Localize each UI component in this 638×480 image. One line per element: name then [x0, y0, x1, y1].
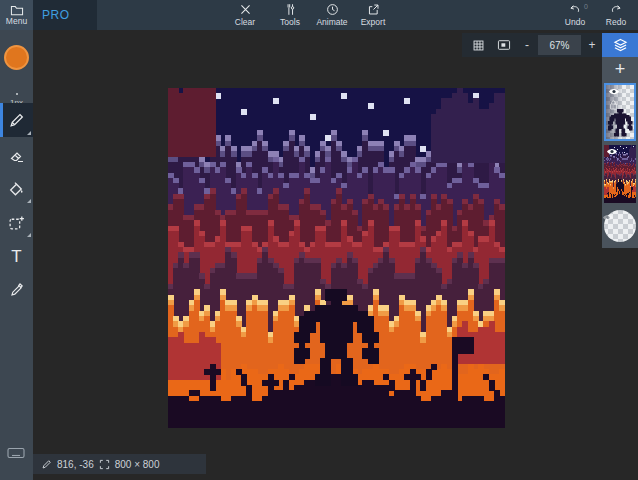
animate-button[interactable]: Animate: [311, 0, 353, 30]
zoom-level-display[interactable]: 67%: [538, 35, 581, 55]
clear-label: Clear: [235, 18, 255, 27]
layers-panel: +: [602, 57, 638, 248]
image-preview-icon: [497, 39, 511, 51]
pixel-canvas[interactable]: [168, 88, 505, 428]
brush-size-dot: [16, 93, 18, 95]
cursor-coordinates: 816, -36: [57, 459, 94, 470]
layer-1-tile[interactable]: [604, 83, 636, 141]
layer-1-visibility-eye-icon[interactable]: [608, 87, 620, 96]
zoom-in-button[interactable]: +: [583, 35, 601, 55]
plus-icon: +: [588, 38, 595, 52]
pencil-icon: [8, 112, 25, 129]
undo-label: Undo: [565, 18, 585, 27]
eyedropper-tool[interactable]: [0, 273, 33, 307]
eyedropper-icon: [9, 282, 25, 298]
layer-3-visibility-eye-icon[interactable]: [602, 213, 614, 222]
view-controls-strip: - 67% +: [462, 33, 602, 57]
clear-icon: [239, 3, 252, 16]
marquee-icon: [8, 215, 25, 232]
export-button[interactable]: Export: [352, 0, 394, 30]
undo-icon: [568, 3, 582, 16]
folder-icon: [10, 4, 24, 16]
submenu-triangle: [27, 233, 31, 237]
minus-icon: -: [525, 38, 529, 52]
export-label: Export: [361, 18, 386, 27]
keyboard-icon[interactable]: [7, 447, 25, 460]
add-layer-label: +: [615, 59, 626, 80]
eraser-tool[interactable]: [0, 140, 33, 172]
canvas-size-value: 800 × 800: [115, 459, 160, 470]
tools-button[interactable]: Tools: [270, 0, 310, 30]
preview-toggle-button[interactable]: [494, 35, 514, 55]
fill-bucket-tool[interactable]: [0, 173, 33, 205]
clock-icon: [326, 3, 339, 16]
layers-icon: [613, 38, 628, 52]
eraser-icon: [9, 148, 25, 164]
menu-button[interactable]: Menu: [0, 0, 33, 30]
redo-button[interactable]: Redo: [596, 0, 636, 30]
layers-panel-button[interactable]: [602, 33, 638, 57]
submenu-triangle: [27, 131, 31, 135]
pro-label: PRO: [42, 8, 70, 22]
animate-label: Animate: [316, 18, 347, 27]
add-layer-button[interactable]: +: [602, 57, 638, 81]
text-tool-icon: T: [11, 248, 21, 265]
bucket-icon: [8, 181, 25, 198]
selection-tool[interactable]: [0, 207, 33, 239]
top-toolbar: Menu PRO Clear Tools: [0, 0, 638, 30]
canvas-size-icon: [99, 459, 110, 470]
layer-2-visibility-eye-icon[interactable]: [606, 147, 618, 156]
pixel-editor-app: Menu PRO Clear Tools: [0, 0, 638, 480]
undo-count-badge: 0: [584, 3, 588, 10]
selected-tool-indicator: [0, 103, 3, 137]
export-icon: [367, 3, 380, 16]
layer-3-tile[interactable]: [603, 209, 637, 243]
tools-icon: [284, 3, 297, 16]
tools-label: Tools: [280, 18, 300, 27]
menu-label: Menu: [6, 17, 27, 26]
status-bar: 816, -36 800 × 800: [33, 454, 206, 474]
clear-button[interactable]: Clear: [225, 0, 265, 30]
tool-sidebar: 1px: [0, 30, 33, 480]
pencil-tool[interactable]: [0, 103, 33, 137]
redo-icon: [609, 3, 623, 16]
grid-icon: [472, 39, 485, 52]
current-color-circle: [4, 45, 29, 70]
layer-1-lock-icon[interactable]: [609, 100, 618, 110]
grid-toggle-button[interactable]: [468, 35, 488, 55]
redo-label: Redo: [606, 18, 626, 27]
layer-2-tile[interactable]: [604, 145, 636, 203]
pro-tab[interactable]: PRO: [33, 0, 97, 30]
zoom-out-button[interactable]: -: [518, 35, 536, 55]
text-tool[interactable]: T: [0, 241, 33, 271]
undo-button[interactable]: Undo: [555, 0, 595, 30]
submenu-triangle: [27, 199, 31, 203]
zoom-value: 67%: [549, 40, 569, 51]
pencil-status-icon: [41, 459, 52, 470]
color-swatch[interactable]: [0, 37, 33, 77]
